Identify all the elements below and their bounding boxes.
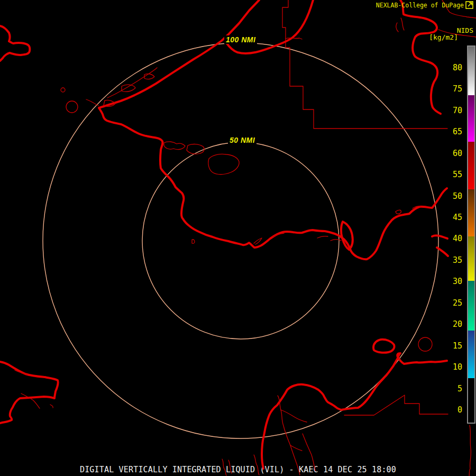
colorbar-tick-label: 10 xyxy=(441,362,462,372)
radar-display: DIGITAL VERTICALLY INTEGRATED LIQUID (VI… xyxy=(0,0,476,476)
colorbar-tick-label: 65 xyxy=(441,127,462,136)
colorbar-title: NIDS xyxy=(457,27,473,34)
colorbar-segment xyxy=(468,378,474,423)
range-rings xyxy=(43,43,438,438)
range-ring-label-50nmi: 50 NMI xyxy=(228,136,257,144)
colorbar-gradient xyxy=(467,45,475,424)
colorbar-tick-label: 25 xyxy=(441,298,462,308)
colorbar-segment xyxy=(468,236,474,281)
radar-map-svg xyxy=(0,0,476,476)
colorbar-tick-label: 75 xyxy=(441,84,462,94)
colorbar-segment xyxy=(468,47,474,95)
colorbar-tick-label: 60 xyxy=(441,149,462,158)
colorbar-tick-label: 20 xyxy=(441,319,462,329)
map-detail-lines xyxy=(15,0,476,476)
colorbar-tick-label: 55 xyxy=(441,170,462,179)
colorbar-tick-label: 35 xyxy=(441,255,462,265)
colorbar-segment xyxy=(468,142,474,189)
brand-text: NEXLAB-College of DuPage xyxy=(376,2,464,9)
colorbar-tick-label: 40 xyxy=(441,234,462,243)
colorbar-segment xyxy=(468,189,474,236)
colorbar-segment xyxy=(468,95,474,142)
colorbar-unit: [kg/m2] xyxy=(429,34,458,41)
colorbar-segment xyxy=(468,331,474,379)
colorbar-tick-label: 15 xyxy=(441,341,462,351)
colorbar-tick-label: 80 xyxy=(441,63,462,72)
colorbar-segment xyxy=(468,281,474,331)
colorbar-tick-label: 50 xyxy=(441,191,462,201)
map-coastlines xyxy=(0,0,448,469)
range-ring-100nmi xyxy=(43,43,438,438)
colorbar-tick-label: 5 xyxy=(441,384,462,393)
range-ring-50nmi xyxy=(142,142,339,339)
range-ring-label-100nmi: 100 NMI xyxy=(224,35,257,44)
colorbar-tick-label: 45 xyxy=(441,213,462,222)
colorbar-tick-label: 30 xyxy=(441,277,462,286)
colorbar-tick-label: 0 xyxy=(441,405,462,415)
nexlab-logo-icon xyxy=(465,1,473,9)
colorbar-tick-label: 70 xyxy=(441,106,462,115)
